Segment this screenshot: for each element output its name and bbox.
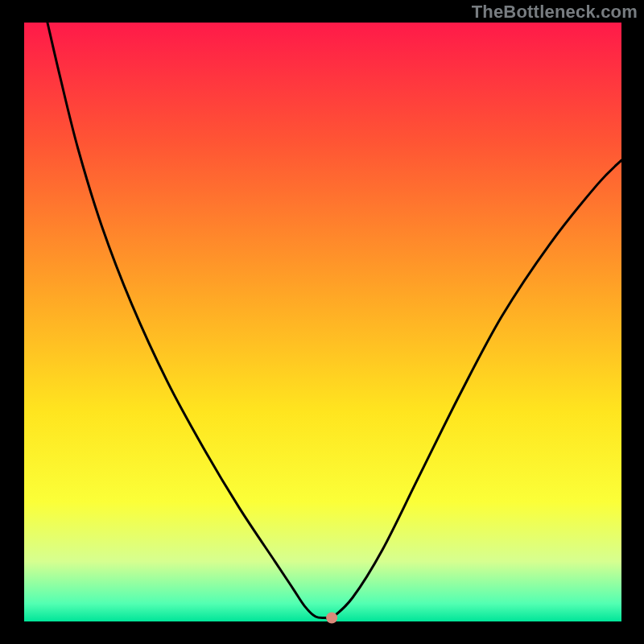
bottleneck-chart: TheBottleneck.com	[0, 0, 644, 644]
chart-gradient-bg	[24, 23, 621, 621]
chart-canvas	[0, 0, 644, 644]
watermark-text: TheBottleneck.com	[472, 2, 638, 23]
minimum-marker-dot	[326, 613, 337, 624]
